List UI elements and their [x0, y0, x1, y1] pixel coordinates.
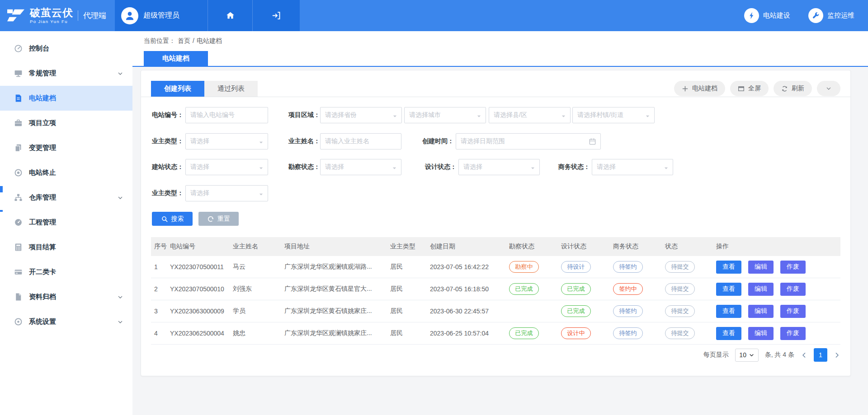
calculator-icon	[14, 243, 23, 252]
town-select[interactable]: 请选择村镇/街道	[572, 107, 655, 123]
portal-label: 代理端	[78, 10, 106, 21]
sidebar-item-9[interactable]: 开二类卡	[0, 260, 132, 284]
status-badge: 待签约	[613, 327, 643, 339]
sidebar-item-3[interactable]: 项目立项	[0, 111, 132, 135]
avatar	[121, 7, 138, 24]
view-button[interactable]: 查看	[716, 283, 741, 296]
status-badge: 待签约	[613, 305, 643, 317]
filter-field-design-status-select: 设计状态：请选择	[425, 159, 540, 175]
reset-button[interactable]: 重置	[198, 212, 239, 226]
user-menu[interactable]: 超级管理员	[115, 0, 208, 31]
cell-business-status: 待签约	[613, 261, 665, 273]
sidebar-item-8[interactable]: 项目结算	[0, 235, 132, 260]
view-button[interactable]: 查看	[716, 305, 741, 318]
home-button[interactable]	[208, 0, 252, 31]
per-page-select[interactable]: 10	[735, 349, 759, 362]
edit-button[interactable]: 编辑	[748, 327, 774, 340]
cell-design-status: 已完成	[561, 283, 613, 295]
create-station-button[interactable]: 电站建档	[674, 81, 725, 96]
cell-address: 广东深圳龙华区黄石镇姚家庄...	[284, 307, 390, 315]
table-row: 1YX2023070500011马云广东深圳龙华区观澜镇观湖路...居民2023…	[151, 256, 840, 278]
void-button[interactable]: 作废	[780, 283, 806, 296]
breadcrumb-current: 电站建档	[197, 37, 222, 45]
cell-address: 广东深圳龙华区黄石镇星官大...	[284, 285, 390, 293]
briefcase-icon	[14, 119, 23, 127]
edit-button[interactable]: 编辑	[748, 261, 774, 274]
tab-1[interactable]: 通过列表	[204, 81, 258, 97]
refresh-button[interactable]: 刷新	[774, 81, 812, 96]
design-status-select[interactable]: 请选择	[458, 159, 540, 175]
sidebar-item-1[interactable]: 常规管理	[0, 61, 132, 86]
owner-type-select-2[interactable]: 请选择	[185, 185, 268, 201]
page-tab-station-archive[interactable]: 电站建档	[144, 51, 208, 66]
void-button[interactable]: 作废	[780, 261, 806, 274]
archive-icon	[14, 293, 23, 301]
sidebar-scrollbar-thumb[interactable]	[0, 186, 3, 192]
cell-index: 2	[151, 285, 170, 293]
user-section: 超级管理员	[115, 0, 300, 31]
prev-page-button[interactable]	[801, 352, 807, 359]
logout-button[interactable]	[252, 0, 300, 31]
sidebar-item-11[interactable]: 系统设置	[0, 309, 132, 334]
station-code-input[interactable]: 请输入电站编号	[185, 107, 268, 123]
status-badge: 勘察中	[509, 261, 539, 273]
calendar-icon	[589, 138, 596, 147]
sidebar-item-6[interactable]: 仓库管理	[0, 185, 132, 210]
dropdown-caret-icon	[664, 165, 669, 172]
void-button[interactable]: 作废	[780, 327, 806, 340]
business-status-select[interactable]: 请选择	[592, 159, 673, 175]
cell-date: 2023-07-05 16:18:50	[430, 285, 509, 293]
tab-0[interactable]: 创建列表	[151, 81, 204, 97]
wrench-badge	[808, 8, 823, 23]
table-row: 2YX2023070500010刘强东广东深圳龙华区黄石镇星官大...居民202…	[151, 278, 840, 300]
tab-divider	[141, 97, 850, 97]
column-header-5: 创建日期	[430, 242, 509, 251]
next-page-button[interactable]	[834, 352, 840, 359]
district-select[interactable]: 请选择县/区	[489, 107, 571, 123]
breadcrumb-home-link[interactable]: 首页	[178, 37, 190, 45]
void-button[interactable]: 作废	[780, 305, 806, 318]
wrench-icon	[811, 11, 820, 20]
cell-code: YX2023070500011	[170, 263, 233, 270]
sidebar-item-2[interactable]: 电站建档	[0, 86, 132, 111]
document-icon	[14, 94, 23, 103]
province-select[interactable]: 请选择省份	[320, 107, 402, 123]
view-button[interactable]: 查看	[716, 327, 741, 340]
survey-status-select[interactable]: 请选择	[320, 159, 401, 175]
build-status-select[interactable]: 请选择	[185, 159, 268, 175]
sidebar-item-0[interactable]: 控制台	[0, 36, 132, 61]
fullscreen-button[interactable]: 全屏	[730, 81, 769, 96]
search-button[interactable]: 搜索	[152, 212, 193, 226]
sidebar-item-4[interactable]: 变更管理	[0, 135, 132, 160]
status-badge: 待提交	[665, 283, 695, 295]
fullscreen-icon	[738, 85, 745, 92]
sidebar-item-7[interactable]: 工程管理	[0, 210, 132, 235]
user-name: 超级管理员	[143, 11, 179, 20]
cell-actions: 查看编辑作废	[716, 283, 840, 296]
collapse-button[interactable]	[817, 81, 840, 96]
sidebar-scrollbar-thumb[interactable]	[0, 210, 3, 212]
page-1-button[interactable]: 1	[814, 348, 827, 362]
total-label: 条, 共 4 条	[765, 351, 794, 359]
view-button[interactable]: 查看	[716, 261, 741, 274]
nav-item-station-build[interactable]: 电站建设	[744, 8, 790, 23]
filter-field-city-select: 请选择城市	[404, 107, 486, 123]
breadcrumb-prefix: 当前位置：	[144, 37, 175, 45]
cell-type: 居民	[390, 285, 430, 293]
city-select[interactable]: 请选择城市	[404, 107, 486, 123]
sidebar-item-5[interactable]: 电站终止	[0, 160, 132, 185]
pagination: 每页显示 10 条, 共 4 条 1	[703, 348, 840, 362]
nav-item-monitor-ops[interactable]: 监控运维	[808, 8, 854, 23]
edit-button[interactable]: 编辑	[748, 305, 774, 318]
sidebar-item-10[interactable]: 资料归档	[0, 284, 132, 309]
status-badge: 待提交	[665, 261, 695, 273]
app-title: 破茧云伏	[30, 7, 73, 18]
owner-name-input[interactable]: 请输入业主姓名	[320, 133, 401, 149]
status-badge: 已完成	[561, 283, 591, 295]
date-range-input[interactable]: 请选择日期范围	[456, 133, 601, 149]
dropdown-caret-icon	[645, 113, 650, 120]
login-arrow-icon	[272, 11, 281, 20]
owner-type-select[interactable]: 请选择	[185, 133, 268, 149]
bolt-badge	[744, 8, 759, 23]
edit-button[interactable]: 编辑	[748, 283, 774, 296]
